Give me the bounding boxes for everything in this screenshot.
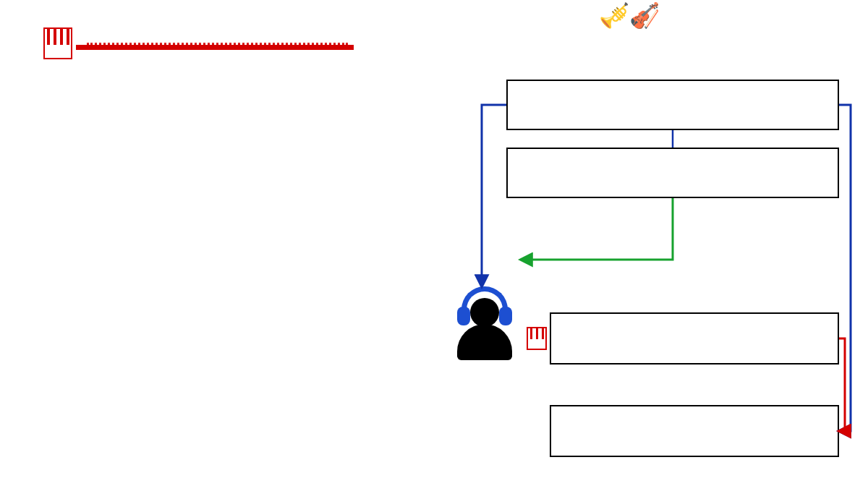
score-figure xyxy=(43,20,354,67)
piano-keyboard-icon xyxy=(43,27,72,59)
mix-box xyxy=(550,405,839,457)
listener-icon xyxy=(448,285,521,364)
measure-beat-box xyxy=(506,148,839,198)
orchestra-instruments-icon: 🎺🎻 xyxy=(599,3,660,27)
recorded-piano-box xyxy=(550,312,839,364)
piano-staff-group xyxy=(43,23,354,64)
piano-keyboard-icon xyxy=(527,327,547,350)
orchestral-waveform-box xyxy=(506,80,839,130)
workflow-diagram: 🎺🎻 xyxy=(405,3,854,480)
